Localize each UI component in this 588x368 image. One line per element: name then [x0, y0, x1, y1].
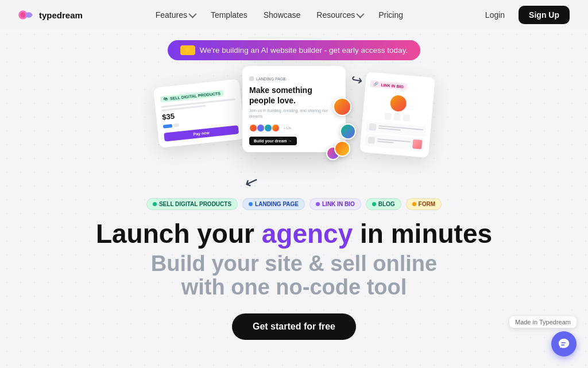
bio-item-icon [369, 123, 376, 131]
center-card-tag: LANDING PAGE [249, 76, 286, 81]
bio-line-4 [377, 141, 394, 144]
logo-text: typedream [39, 10, 83, 20]
tag-linkinbio: LINK IN BIO [310, 198, 361, 210]
store-icon: 🛍 [164, 97, 168, 102]
chevron-down-icon [188, 10, 196, 18]
nav-pricing[interactable]: Pricing [372, 7, 410, 23]
pay-icon-1 [163, 124, 173, 129]
social-icons-row [367, 111, 427, 123]
build-dream-button[interactable]: Build your dream → [249, 137, 297, 145]
arrow-left-decoration: ↙ [242, 171, 261, 193]
headline-main: Launch your agency in minutes [0, 219, 588, 249]
bio-item-lines-2 [377, 138, 411, 146]
hero-mockup: 🛍 SELL DIGITAL PRODUCTS $35 Pay now LAND… [156, 66, 432, 192]
tag-dot-blog [372, 202, 376, 206]
avatar-2 [257, 124, 265, 132]
tag-dot-link [316, 202, 320, 206]
nav-templates[interactable]: Templates [204, 7, 254, 23]
chat-button[interactable] [551, 331, 577, 357]
bolt-icon: ⚡ [180, 45, 195, 55]
nav-links: Features Templates Showcase Resources Pr… [149, 7, 410, 23]
floating-avatar-4 [334, 141, 350, 157]
right-card-tag: 🔗 LINK IN BIO [370, 80, 407, 91]
logo-icon [18, 9, 34, 21]
nav-resources[interactable]: Resources [310, 7, 369, 23]
chevron-down-icon [357, 10, 365, 18]
nav-actions: Login Sign Up [476, 6, 570, 24]
logo[interactable]: typedream [18, 9, 83, 21]
bio-item-image [412, 140, 422, 149]
chat-bubble-widget: Made in Typedream [509, 316, 577, 357]
social-icon-1 [384, 113, 392, 120]
social-icon-3 [403, 114, 410, 122]
headline-accent: agency [262, 219, 353, 249]
tag-dot-sell [153, 202, 157, 206]
card-landing-page: LANDING PAGE Make something people love.… [242, 66, 346, 152]
avatar-row: +12k [249, 124, 339, 132]
avatar-4 [272, 124, 280, 132]
get-started-button[interactable]: Get started for free [232, 313, 356, 340]
floating-avatar-1 [333, 98, 351, 116]
tag-blog: BLOG [366, 198, 401, 210]
bio-avatar [390, 95, 407, 112]
card-sell-digital: 🛍 SELL DIGITAL PRODUCTS $35 Pay now [153, 79, 245, 148]
avatar-3 [264, 124, 272, 132]
banner-text: We're building an AI website builder - g… [200, 46, 408, 55]
cta-wrap: Get started for free [0, 313, 588, 340]
card-center-body: Join us in building, creating, and shari… [249, 108, 339, 119]
headline-block: Launch your agency in minutes Build your… [0, 219, 588, 300]
banner-wrap: ⚡ We're building an AI website builder -… [0, 40, 588, 60]
signup-button[interactable]: Sign Up [519, 6, 570, 24]
made-in-badge: Made in Typedream [509, 316, 577, 328]
avatar-count: +12k [284, 126, 291, 130]
headline-sub-2: with one no-code tool [0, 276, 588, 300]
bio-item-icon-2 [368, 137, 375, 144]
announcement-banner[interactable]: ⚡ We're building an AI website builder -… [168, 40, 420, 60]
tag-form: FORM [406, 198, 442, 210]
tag-dot-form [412, 202, 416, 206]
floating-avatar-2 [340, 123, 356, 140]
avatar-1 [249, 124, 257, 132]
tag-dot-landing [249, 202, 253, 206]
login-button[interactable]: Login [476, 6, 514, 24]
headline-sub-1: Build your site & sell online [0, 252, 588, 276]
svg-point-1 [20, 12, 25, 17]
feature-tags-row: SELL DIGITAL PRODUCTS LANDING PAGE LINK … [0, 198, 588, 210]
landing-page-icon [249, 76, 254, 81]
nav-features[interactable]: Features [149, 7, 202, 23]
nav-showcase[interactable]: Showcase [257, 7, 308, 23]
card-center-heading: Make something people love. [249, 86, 339, 106]
card-link-in-bio: 🔗 LINK IN BIO [359, 72, 435, 158]
social-icon-2 [393, 113, 401, 121]
tag-landing: LANDING PAGE [242, 198, 305, 210]
arrow-right-decoration: ↩ [350, 71, 365, 88]
pay-icon-2 [173, 123, 180, 127]
bio-item-lines [378, 125, 423, 134]
chat-icon-svg [558, 338, 570, 350]
navbar: typedream Features Templates Showcase Re… [0, 0, 588, 30]
tag-sell: SELL DIGITAL PRODUCTS [146, 198, 238, 210]
link-icon: 🔗 [373, 82, 379, 87]
pay-now-button[interactable]: Pay now [164, 125, 239, 142]
